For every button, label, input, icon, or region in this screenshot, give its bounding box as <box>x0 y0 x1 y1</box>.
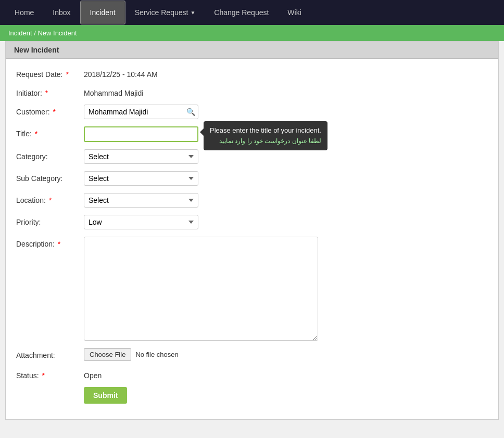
description-row: Description: * <box>16 237 488 341</box>
request-date-row: Request Date: * 2018/12/25 - 10:44 AM <box>16 67 488 79</box>
nav-service-request[interactable]: Service Request ▼ <box>125 1 205 24</box>
description-textarea[interactable] <box>84 237 318 341</box>
description-label: Description: * <box>16 237 84 248</box>
navbar: Home Inbox Incident Service Request ▼ Ch… <box>0 0 504 25</box>
file-input-wrapper: Choose File No file chosen <box>84 348 179 361</box>
customer-row: Customer: * 🔍 <box>16 105 488 119</box>
section-header: New Incident <box>6 42 498 59</box>
category-label: Category: <box>16 149 84 161</box>
attachment-label: Attachment: <box>16 348 84 359</box>
nav-service-request-dropdown[interactable]: Service Request ▼ <box>125 1 205 24</box>
customer-input[interactable] <box>84 105 198 119</box>
section-title: New Incident <box>14 46 59 54</box>
nav-home[interactable]: Home <box>5 1 43 24</box>
initiator-label: Initiator: * <box>16 86 84 97</box>
subcategory-select[interactable]: Select <box>84 171 198 186</box>
initiator-value: Mohammad Majidi <box>84 86 488 97</box>
title-input[interactable] <box>84 126 198 142</box>
title-row: Title: * Please enter the title of your … <box>16 126 488 142</box>
nav-change-request[interactable]: Change Request <box>205 1 278 24</box>
nav-inbox[interactable]: Inbox <box>43 1 80 24</box>
required-star: * <box>35 130 37 138</box>
no-file-label: No file chosen <box>135 351 178 358</box>
location-row: Location: * Select <box>16 193 488 208</box>
required-star: * <box>53 108 55 116</box>
priority-label: Priority: <box>16 215 84 226</box>
subcategory-row: Sub Category: Select <box>16 171 488 186</box>
title-input-container: Please enter the title of your incident.… <box>84 126 198 142</box>
priority-select[interactable]: Low Medium High Critical <box>84 215 198 229</box>
breadcrumb: Incident / New Incident <box>0 25 504 41</box>
location-select[interactable]: Select <box>84 193 198 208</box>
subcategory-label: Sub Category: <box>16 171 84 183</box>
required-star: * <box>49 196 52 204</box>
search-icon: 🔍 <box>186 108 195 116</box>
category-row: Category: Select <box>16 149 488 164</box>
location-label: Location: * <box>16 193 84 204</box>
breadcrumb-parent[interactable]: Incident <box>8 29 32 37</box>
nav-incident[interactable]: Incident <box>80 1 125 24</box>
dropdown-arrow-icon: ▼ <box>190 10 195 16</box>
request-date-label: Request Date: * <box>16 67 84 79</box>
status-row: Status: * Open <box>16 368 488 380</box>
form-body: Request Date: * 2018/12/25 - 10:44 AM In… <box>6 59 498 419</box>
initiator-row: Initiator: * Mohammad Majidi <box>16 86 488 97</box>
breadcrumb-current: New Incident <box>37 29 77 37</box>
category-select[interactable]: Select <box>84 149 198 164</box>
main-content: New Incident Request Date: * 2018/12/25 … <box>0 41 504 430</box>
customer-input-wrapper: 🔍 <box>84 105 198 119</box>
form-card: New Incident Request Date: * 2018/12/25 … <box>5 41 499 420</box>
status-label: Status: * <box>16 368 84 380</box>
nav-wiki[interactable]: Wiki <box>278 1 310 24</box>
request-date-value: 2018/12/25 - 10:44 AM <box>84 67 488 79</box>
title-tooltip: Please enter the title of your incident.… <box>204 121 327 150</box>
status-value: Open <box>84 368 488 380</box>
required-star: * <box>66 70 68 79</box>
submit-button[interactable]: Submit <box>84 387 127 404</box>
choose-file-button[interactable]: Choose File <box>84 348 131 361</box>
submit-label-spacer <box>16 387 84 390</box>
attachment-row: Attachment: Choose File No file chosen <box>16 348 488 361</box>
page-wrapper: Home Inbox Incident Service Request ▼ Ch… <box>0 0 504 438</box>
priority-row: Priority: Low Medium High Critical <box>16 215 488 229</box>
required-star: * <box>42 371 44 380</box>
required-star: * <box>58 240 60 248</box>
title-label: Title: * <box>16 126 84 138</box>
submit-row: Submit <box>16 387 488 404</box>
customer-label: Customer: * <box>16 105 84 116</box>
required-star: * <box>45 89 48 97</box>
